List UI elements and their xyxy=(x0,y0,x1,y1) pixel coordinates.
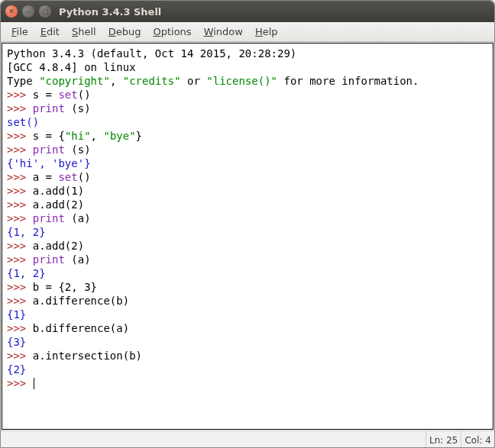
code-line: b.difference(a) xyxy=(33,322,129,334)
prompt: >>> xyxy=(7,377,33,389)
minimize-button[interactable]: – xyxy=(22,5,34,18)
statusbar: Ln: 25 Col: 4 xyxy=(1,430,494,448)
code-line: a.difference(b) xyxy=(33,295,129,307)
menu-edit[interactable]: Edit xyxy=(34,24,66,40)
prompt: >>> xyxy=(7,240,33,252)
prompt: >>> xyxy=(7,322,33,334)
prompt: >>> xyxy=(7,212,33,224)
code-line: a.add(2) xyxy=(33,240,84,252)
code-line: s = set() xyxy=(33,89,91,101)
output-line: {1} xyxy=(7,308,26,321)
menu-window[interactable]: Window xyxy=(198,24,249,40)
prompt: >>> xyxy=(7,295,33,307)
output-line: {1, 2} xyxy=(7,226,46,238)
close-button[interactable]: ✕ xyxy=(5,5,18,18)
output-line: {3} xyxy=(7,336,26,348)
header-line-3: Type "copyright", "credits" or "license(… xyxy=(7,75,419,87)
prompt: >>> xyxy=(7,281,33,293)
window-controls: ✕ – ▢ xyxy=(5,5,51,18)
output-line: {1, 2} xyxy=(7,267,46,279)
prompt: >>> xyxy=(7,171,33,183)
prompt: >>> xyxy=(7,89,33,101)
window-title: Python 3.4.3 Shell xyxy=(59,6,161,18)
menu-file[interactable]: File xyxy=(5,24,34,40)
prompt: >>> xyxy=(7,102,33,114)
console[interactable]: Python 3.4.3 (default, Oct 14 2015, 20:2… xyxy=(2,43,493,430)
header-line-1: Python 3.4.3 (default, Oct 14 2015, 20:2… xyxy=(7,47,303,60)
menu-debug[interactable]: Debug xyxy=(102,24,147,40)
text-cursor xyxy=(34,378,34,389)
menu-help[interactable]: Help xyxy=(249,24,284,40)
menu-options[interactable]: Options xyxy=(147,24,197,40)
titlebar: ✕ – ▢ Python 3.4.3 Shell xyxy=(1,1,494,22)
code-line: print (s) xyxy=(33,143,91,156)
prompt: >>> xyxy=(7,143,33,156)
prompt: >>> xyxy=(7,130,33,142)
status-col: Col: 4 xyxy=(461,431,494,448)
code-line: print (a) xyxy=(33,253,91,266)
menu-shell[interactable]: Shell xyxy=(66,24,102,40)
status-line: Ln: 25 xyxy=(425,431,461,448)
code-line: print (s) xyxy=(33,102,91,114)
maximize-button[interactable]: ▢ xyxy=(39,5,51,18)
header-line-2: [GCC 4.8.4] on linux xyxy=(7,61,136,73)
code-line: b = {2, 3} xyxy=(33,281,97,293)
code-line: a.intersection(b) xyxy=(33,350,142,362)
output-line: {2} xyxy=(7,363,26,375)
code-line: print (a) xyxy=(33,212,91,224)
code-line: a.add(2) xyxy=(33,198,84,211)
code-line: s = {"hi", "bye"} xyxy=(33,130,142,142)
prompt: >>> xyxy=(7,350,33,362)
menubar: File Edit Shell Debug Options Window Hel… xyxy=(1,22,494,42)
output-line: {'hi', 'bye'} xyxy=(7,157,91,169)
prompt: >>> xyxy=(7,185,33,197)
output-line: set() xyxy=(7,116,39,128)
code-line: a = set() xyxy=(33,171,91,183)
prompt: >>> xyxy=(7,198,33,211)
code-line: a.add(1) xyxy=(33,185,84,197)
prompt: >>> xyxy=(7,253,33,266)
